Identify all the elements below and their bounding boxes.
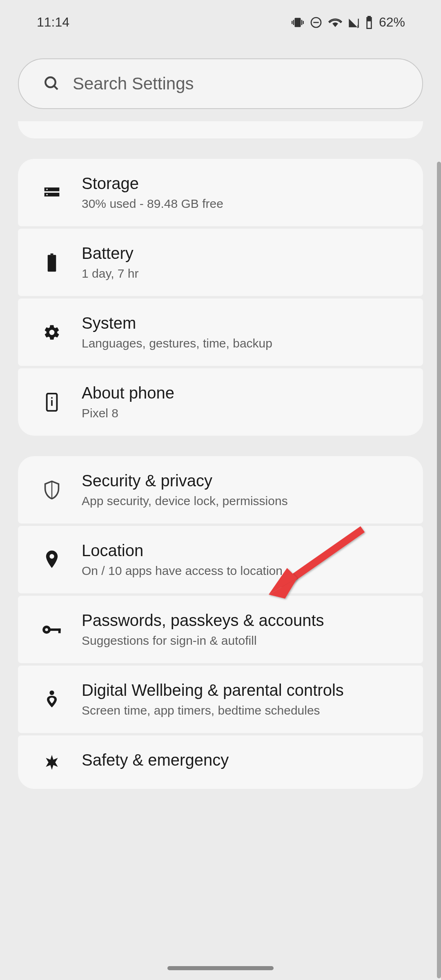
status-right: ! 62% <box>292 15 405 30</box>
svg-line-4 <box>54 86 58 89</box>
svg-rect-13 <box>51 400 53 405</box>
status-bar: 11:14 ! 62% <box>0 0 441 38</box>
signal-icon: ! <box>348 17 359 28</box>
svg-rect-10 <box>48 255 56 272</box>
settings-item-safety[interactable]: Safety & emergency <box>18 735 423 789</box>
svg-rect-17 <box>58 628 61 633</box>
emergency-icon <box>42 753 61 772</box>
item-title: Passwords, passkeys & accounts <box>82 611 411 630</box>
location-pin-icon <box>42 550 61 569</box>
wellbeing-icon <box>42 690 61 709</box>
scroll-indicator[interactable] <box>437 162 441 978</box>
settings-item-wellbeing[interactable]: Digital Wellbeing & parental controls Sc… <box>18 666 423 733</box>
shield-icon <box>42 481 61 499</box>
settings-item-system[interactable]: System Languages, gestures, time, backup <box>18 298 423 366</box>
wifi-icon <box>328 17 342 28</box>
item-subtitle: Pixel 8 <box>82 406 411 420</box>
item-title: Location <box>82 541 411 560</box>
item-subtitle: 30% used - 89.48 GB free <box>82 197 411 211</box>
partial-card-top <box>18 121 423 138</box>
svg-point-18 <box>50 691 53 694</box>
item-title: About phone <box>82 384 411 402</box>
nav-bar-handle[interactable] <box>167 966 274 970</box>
search-icon <box>43 75 60 92</box>
battery-icon <box>42 253 61 272</box>
item-title: Storage <box>82 174 411 193</box>
item-subtitle: Suggestions for sign-in & autofill <box>82 634 411 648</box>
search-bar[interactable] <box>18 58 423 109</box>
item-subtitle: Languages, gestures, time, backup <box>82 336 411 350</box>
gear-icon <box>42 323 61 342</box>
key-icon <box>42 620 61 639</box>
search-input[interactable] <box>73 74 398 94</box>
item-subtitle: App security, device lock, permissions <box>82 494 411 508</box>
storage-icon <box>42 183 61 202</box>
dnd-icon <box>310 16 323 29</box>
item-title: System <box>82 314 411 332</box>
item-title: Digital Wellbeing & parental controls <box>82 681 411 699</box>
phone-info-icon <box>42 393 61 412</box>
item-title: Security & privacy <box>82 472 411 490</box>
settings-item-battery[interactable]: Battery 1 day, 7 hr <box>18 229 423 296</box>
status-time: 11:14 <box>37 15 69 30</box>
settings-item-storage[interactable]: Storage 30% used - 89.48 GB free <box>18 159 423 226</box>
svg-rect-12 <box>51 397 53 399</box>
svg-text:!: ! <box>357 24 358 28</box>
item-subtitle: Screen time, app timers, bedtime schedul… <box>82 704 411 717</box>
svg-point-8 <box>46 194 48 195</box>
svg-point-7 <box>46 188 48 190</box>
battery-icon <box>365 16 373 29</box>
settings-item-about-phone[interactable]: About phone Pixel 8 <box>18 368 423 436</box>
item-title: Safety & emergency <box>82 751 411 769</box>
settings-item-location[interactable]: Location On / 10 apps have access to loc… <box>18 526 423 593</box>
svg-rect-9 <box>51 253 53 254</box>
settings-item-security[interactable]: Security & privacy App security, device … <box>18 456 423 523</box>
item-subtitle: 1 day, 7 hr <box>82 267 411 281</box>
battery-percent: 62% <box>379 15 405 30</box>
settings-item-passwords[interactable]: Passwords, passkeys & accounts Suggestio… <box>18 596 423 663</box>
item-title: Battery <box>82 244 411 263</box>
item-subtitle: On / 10 apps have access to location <box>82 564 411 578</box>
search-container <box>18 58 423 109</box>
svg-point-3 <box>45 77 56 87</box>
svg-point-15 <box>45 628 48 631</box>
vibrate-icon <box>292 16 304 29</box>
